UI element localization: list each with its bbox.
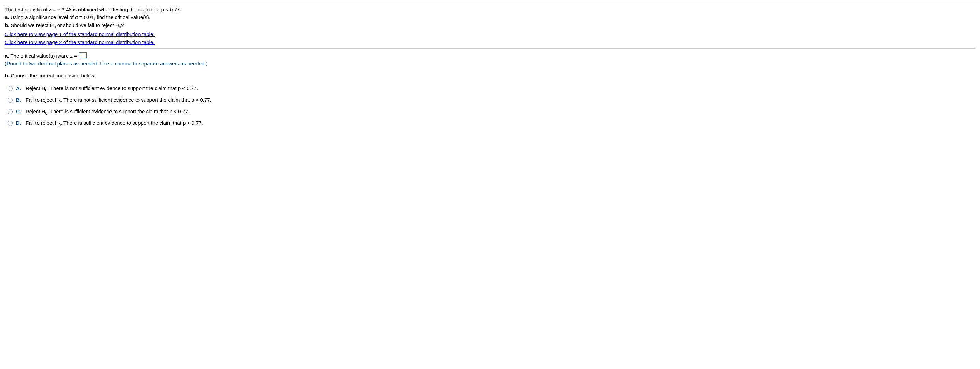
option-a-post: . There is not sufficient evidence to su… — [48, 85, 198, 91]
option-c-text: Reject H0. There is sufficient evidence … — [25, 108, 975, 115]
option-a-letter: A. — [16, 85, 22, 91]
question-part-b: b. Should we reject H0 or should we fail… — [5, 21, 975, 30]
radio-option-b[interactable] — [8, 97, 13, 103]
radio-option-a[interactable] — [8, 86, 13, 91]
part-a-prefix: a. — [5, 14, 9, 20]
question-intro: The test statistic of z = − 3.48 is obta… — [5, 6, 975, 13]
option-d-text: Fail to reject H0. There is sufficient e… — [25, 120, 975, 127]
radio-option-d[interactable] — [8, 121, 13, 126]
critical-value-input[interactable] — [79, 52, 87, 58]
option-d-post: . There is sufficient evidence to suppor… — [61, 120, 203, 126]
section-divider — [5, 48, 975, 49]
option-b-letter: B. — [16, 97, 22, 103]
answer-b-header: b. Choose the correct conclusion below. — [5, 72, 975, 79]
part-b-end: ? — [121, 22, 124, 28]
option-b-post: . There is not sufficient evidence to su… — [61, 97, 212, 103]
option-c-post: . There is sufficient evidence to suppor… — [48, 108, 190, 114]
radio-option-c[interactable] — [8, 109, 13, 114]
link-table-page2[interactable]: Click here to view page 2 of the standar… — [5, 38, 154, 46]
option-d-row: D. Fail to reject H0. There is sufficien… — [8, 120, 975, 127]
option-d-letter: D. — [16, 120, 22, 126]
answer-a-period: . — [88, 53, 89, 59]
answer-a-line: a. The critical value(s) is/are z = . — [5, 51, 975, 59]
option-b-pre: Fail to reject H — [25, 97, 59, 103]
option-c-pre: Reject H — [25, 108, 45, 114]
answer-a-hint: (Round to two decimal places as needed. … — [5, 60, 975, 67]
answer-a-prefix: a. — [5, 53, 9, 59]
option-b-row: B. Fail to reject H0. There is not suffi… — [8, 97, 975, 104]
option-a-row: A. Reject H0. There is not sufficient ev… — [8, 85, 975, 92]
option-a-pre: Reject H — [25, 85, 45, 91]
option-d-pre: Fail to reject H — [25, 120, 59, 126]
option-c-letter: C. — [16, 108, 22, 114]
options-group: A. Reject H0. There is not sufficient ev… — [5, 85, 975, 127]
answer-b-header-text: Choose the correct conclusion below. — [9, 73, 95, 78]
answer-a-text1: The critical value(s) is/are z = — [9, 53, 77, 59]
question-container: The test statistic of z = − 3.48 is obta… — [0, 2, 980, 134]
question-part-a: a. Using a significance level of α = 0.0… — [5, 14, 975, 21]
part-b-mid: or should we fail to reject H — [56, 22, 119, 28]
option-a-text: Reject H0. There is not sufficient evide… — [25, 85, 975, 92]
top-divider — [0, 0, 980, 0]
option-b-text: Fail to reject H0. There is not sufficie… — [25, 97, 975, 104]
link-table-page1[interactable]: Click here to view page 1 of the standar… — [5, 31, 154, 38]
part-b-pre: Should we reject H — [9, 22, 54, 28]
answer-b-prefix: b. — [5, 73, 9, 78]
part-b-prefix: b. — [5, 22, 9, 28]
option-c-row: C. Reject H0. There is sufficient eviden… — [8, 108, 975, 115]
part-a-text: Using a significance level of α = 0.01, … — [9, 14, 150, 20]
